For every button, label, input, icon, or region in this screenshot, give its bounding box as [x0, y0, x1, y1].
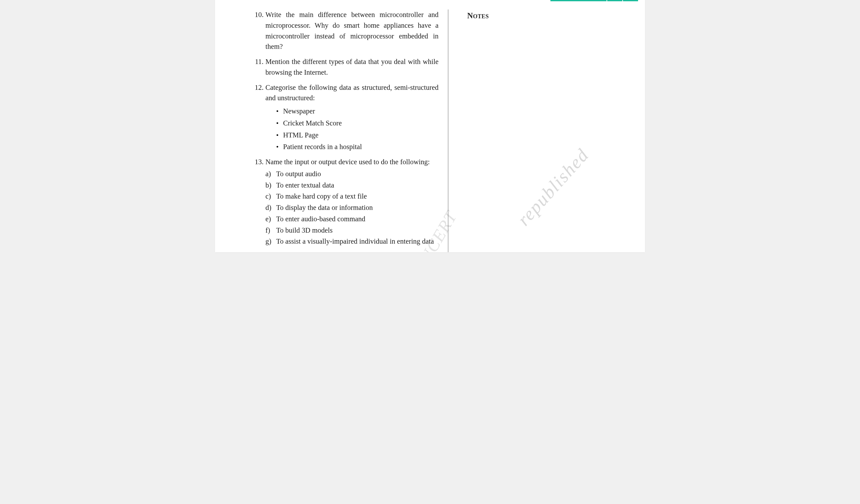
list-item: b)To enter textual data [266, 180, 439, 191]
question-11: 11. Mention the different types of data … [266, 56, 439, 78]
option-marker: d) [266, 202, 271, 213]
question-13-options: a)To output audio b)To enter textual dat… [266, 169, 439, 247]
question-14: 14. Identify the category (system, appli… [266, 251, 439, 252]
option-marker: b) [266, 180, 271, 191]
list-item: HTML Page [276, 130, 439, 141]
questions-column: 10. Write the main difference between mi… [228, 10, 448, 252]
list-item: a)To output audio [266, 169, 439, 179]
content-columns: 10. Write the main difference between mi… [215, 0, 645, 252]
question-number: 10. [250, 10, 263, 20]
list-item: g)To assist a visually-impaired individu… [266, 236, 439, 247]
header-page-number: 25 [607, 0, 623, 2]
option-text: To enter audio-based command [276, 215, 366, 223]
question-text: Categorise the following data as structu… [266, 82, 439, 104]
question-text: Name the input or output device used to … [266, 157, 439, 167]
option-text: To enter textual data [276, 181, 334, 189]
option-text: To assist a visually-impaired individual… [276, 237, 434, 245]
list-item: f)To build 3D models [266, 225, 439, 236]
list-item: Newspaper [276, 106, 439, 117]
option-marker: c) [266, 191, 271, 202]
header-bar: Computer System 25 [550, 0, 639, 2]
question-text: Identify the category (system, applicati… [266, 251, 439, 252]
list-item: d)To display the data or information [266, 202, 439, 213]
option-marker: a) [266, 169, 271, 179]
option-text: To output audio [276, 170, 321, 178]
header-chapter: Computer System [550, 0, 607, 2]
list-item: Cricket Match Score [276, 118, 439, 129]
header-blank [623, 0, 639, 2]
notes-column: Notes [448, 10, 632, 252]
list-item: Patient records in a hospital [276, 142, 439, 152]
page: Computer System 25 republished NCERT 10.… [215, 0, 645, 252]
question-number: 11. [250, 56, 263, 67]
question-number: 14. [250, 251, 263, 252]
question-number: 12. [250, 82, 263, 93]
question-text: Write the main difference between microc… [266, 10, 439, 52]
notes-heading: Notes [467, 11, 632, 20]
question-13: 13. Name the input or output device used… [266, 157, 439, 247]
option-marker: g) [266, 236, 271, 247]
question-12: 12. Categorise the following data as str… [266, 82, 439, 153]
option-text: To display the data or information [276, 204, 373, 212]
option-marker: e) [266, 214, 271, 225]
option-marker: f) [266, 225, 270, 236]
question-number: 13. [250, 157, 263, 167]
list-item: e)To enter audio-based command [266, 214, 439, 225]
question-12-bullets: Newspaper Cricket Match Score HTML Page … [276, 106, 439, 152]
option-text: To make hard copy of a text file [276, 192, 367, 200]
list-item: c)To make hard copy of a text file [266, 191, 439, 202]
question-10: 10. Write the main difference between mi… [266, 10, 439, 52]
question-text: Mention the different types of data that… [266, 56, 439, 78]
option-text: To build 3D models [276, 226, 333, 234]
